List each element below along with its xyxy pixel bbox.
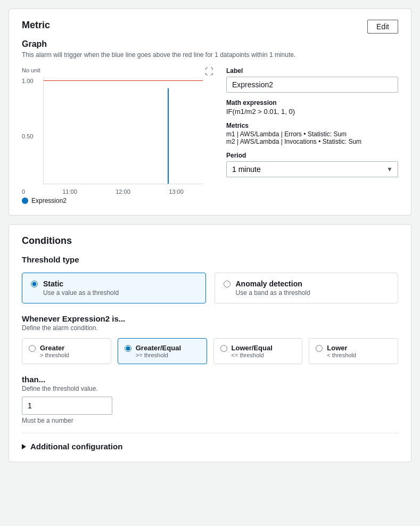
metric-title: Metric (22, 20, 398, 31)
than-label: than... (22, 375, 398, 384)
chart-inner (43, 78, 203, 184)
conditions-title: Conditions (22, 235, 398, 246)
x-label-1: 11:00 (62, 188, 77, 195)
x-label-3: 13:00 (169, 188, 184, 195)
graph-area: ⛶ No unit 1.00 0.50 0 11:00 (22, 67, 213, 204)
condition-option-greater-equal[interactable]: Greater/Equal >= threshold (118, 338, 207, 364)
threshold-anomaly-desc: Use a band as a threshold (236, 289, 310, 297)
period-select-wrapper: 1 minute 5 minutes 15 minutes 1 hour ▼ (226, 161, 398, 177)
graph-right: Label Math expression IF(m1/m2 > 0.01, 1… (226, 67, 398, 204)
expand-icon[interactable]: ⛶ (205, 67, 213, 77)
triangle-right-icon (22, 444, 26, 449)
condition-greater-name: Greater (40, 344, 69, 352)
chart-legend: Expression2 (22, 197, 213, 204)
condition-radio-lower-equal[interactable] (220, 345, 227, 352)
graph-subtitle: This alarm will trigger when the blue li… (22, 51, 398, 59)
legend-label: Expression2 (31, 197, 67, 204)
additional-config[interactable]: Additional configuration (22, 433, 398, 451)
threshold-option-static[interactable]: Static Use a value as a threshold (22, 273, 206, 303)
x-label-2: 12:00 (116, 188, 130, 195)
condition-option-lower[interactable]: Lower < threshold (309, 338, 398, 364)
threshold-static-name: Static (43, 280, 119, 288)
math-expression-label: Math expression (226, 99, 398, 106)
graph-title: Graph (22, 39, 398, 49)
condition-greater-sub: > threshold (40, 352, 69, 358)
blue-spike (168, 88, 169, 184)
graph-layout: ⛶ No unit 1.00 0.50 0 11:00 (22, 67, 398, 204)
condition-option-lower-equal[interactable]: Lower/Equal <= threshold (213, 338, 303, 364)
condition-ge-name: Greater/Equal (136, 344, 181, 352)
metrics-lines: m1 | AWS/Lambda | Errors • Statistic: Su… (226, 130, 398, 145)
chart-x-labels: 11:00 12:00 13:00 (43, 188, 203, 195)
y-label-mid: 0.50 (22, 133, 39, 139)
condition-le-sub: <= threshold (232, 352, 273, 358)
threshold-type-label: Threshold type (22, 255, 398, 264)
metric-line-2: m2 | AWS/Lambda | Invocations • Statisti… (226, 138, 398, 145)
chart-container: 1.00 0.50 0 11:00 12:00 13:00 (22, 78, 203, 195)
math-expression-value: IF(m1/m2 > 0.01, 1, 0) (226, 108, 398, 116)
label-field-label: Label (226, 67, 398, 75)
threshold-radio-anomaly[interactable] (224, 281, 230, 287)
y-label-bot: 0 (22, 188, 39, 195)
no-unit-label: No unit (22, 67, 213, 73)
threshold-option-anomaly[interactable]: Anomaly detection Use a band as a thresh… (215, 273, 399, 303)
than-sublabel: Define the threshold value. (22, 385, 398, 392)
condition-lower-sub: < threshold (327, 352, 356, 358)
threshold-anomaly-name: Anomaly detection (236, 280, 310, 288)
condition-option-greater[interactable]: Greater > threshold (22, 338, 111, 364)
condition-radio-lower[interactable] (316, 345, 323, 352)
period-label: Period (226, 152, 398, 159)
period-select[interactable]: 1 minute 5 minutes 15 minutes 1 hour (226, 161, 398, 177)
label-input[interactable] (226, 77, 398, 93)
condition-ge-sub: >= threshold (136, 352, 181, 358)
y-label-top: 1.00 (22, 78, 39, 84)
metric-line-1: m1 | AWS/Lambda | Errors • Statistic: Su… (226, 130, 398, 138)
condition-radio-greater-equal[interactable] (125, 345, 131, 352)
condition-radio-greater[interactable] (29, 345, 36, 352)
condition-options-row: Greater > threshold Greater/Equal >= thr… (22, 338, 398, 364)
conditions-section: Conditions Threshold type Static Use a v… (9, 224, 411, 462)
additional-config-label: Additional configuration (30, 442, 122, 451)
threshold-value-input[interactable] (22, 398, 112, 413)
threshold-static-desc: Use a value as a threshold (43, 289, 119, 297)
threshold-radio-static[interactable] (31, 281, 38, 287)
metric-section: Edit Metric Graph This alarm will trigge… (9, 9, 411, 216)
threshold-line (44, 80, 203, 81)
threshold-input-wrapper: ▲ ▼ (22, 397, 112, 415)
must-be-number: Must be a number (22, 417, 398, 424)
threshold-type-row: Static Use a value as a threshold Anomal… (22, 273, 398, 303)
condition-lower-name: Lower (327, 344, 356, 352)
condition-le-name: Lower/Equal (232, 344, 273, 352)
metrics-label: Metrics (226, 122, 398, 129)
chart-y-labels: 1.00 0.50 0 (22, 78, 41, 195)
edit-button[interactable]: Edit (367, 20, 398, 34)
whenever-sublabel: Define the alarm condition. (22, 324, 398, 332)
whenever-label: Whenever Expression2 is... (22, 314, 398, 323)
legend-dot (22, 198, 28, 204)
